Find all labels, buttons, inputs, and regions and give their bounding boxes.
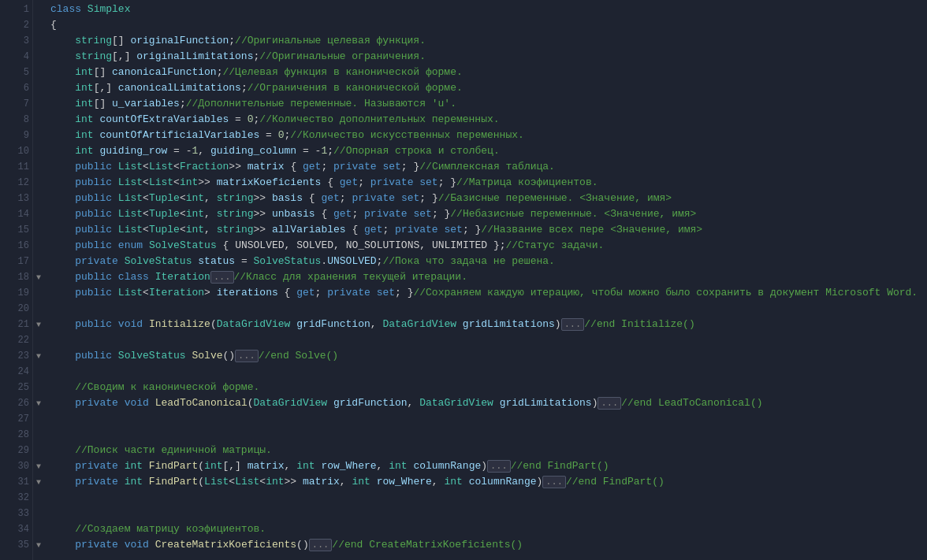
code-line: public List<List<int>> matrixKoeficients… bbox=[50, 175, 927, 191]
code-line: private SolveStatus status = SolveStatus… bbox=[50, 254, 927, 269]
line-number: 6 bbox=[7, 80, 29, 96]
line-numbers-gutter: 1234567891011121314151617181920212223242… bbox=[0, 0, 33, 560]
fold-icon[interactable]: ▼ bbox=[33, 348, 44, 364]
line-number: 19 bbox=[7, 285, 29, 301]
line-number: 25 bbox=[7, 380, 29, 395]
code-line: int[,] canonicalLimitations;//Ограничени… bbox=[50, 80, 927, 96]
line-number: 18 bbox=[7, 269, 29, 285]
line-number: 1 bbox=[7, 2, 29, 17]
line-number: 23 bbox=[7, 348, 29, 364]
fold-icon bbox=[33, 506, 44, 521]
fold-icon bbox=[33, 112, 44, 128]
line-number: 31 bbox=[7, 474, 29, 490]
code-line: int[] canonicalFunction;//Целевая функци… bbox=[50, 65, 927, 80]
line-number: 27 bbox=[7, 411, 29, 427]
line-number: 26 bbox=[7, 395, 29, 411]
line-number: 15 bbox=[7, 222, 29, 238]
code-line bbox=[50, 301, 927, 317]
line-number: 10 bbox=[7, 143, 29, 159]
fold-icons-gutter: ▼▼▼▼▼▼▼ bbox=[33, 0, 44, 560]
fold-icon bbox=[33, 427, 44, 443]
code-line: //Создаем матрицу коэфициентов. bbox=[50, 521, 927, 537]
line-number: 29 bbox=[7, 443, 29, 458]
code-line: private int FindPart(int[,] matrix, int … bbox=[50, 458, 927, 474]
code-line: int guiding_row = -1, guiding_column = -… bbox=[50, 143, 927, 159]
fold-icon bbox=[33, 49, 44, 65]
fold-icon bbox=[33, 206, 44, 222]
line-number: 8 bbox=[7, 112, 29, 128]
fold-icon[interactable]: ▼ bbox=[33, 317, 44, 332]
code-line: public void Initialize(DataGridView grid… bbox=[50, 317, 927, 332]
fold-icon bbox=[33, 191, 44, 206]
fold-icon bbox=[33, 364, 44, 380]
line-number: 28 bbox=[7, 427, 29, 443]
fold-icon bbox=[33, 238, 44, 254]
code-line: private void CreateMatrixKoeficients()..… bbox=[50, 537, 927, 553]
line-number: 4 bbox=[7, 49, 29, 65]
fold-icon[interactable]: ▼ bbox=[33, 458, 44, 474]
code-line: public class Iteration...//Класс для хра… bbox=[50, 269, 927, 285]
fold-icon bbox=[33, 128, 44, 143]
code-line: public List<List<Fraction>> matrix { get… bbox=[50, 159, 927, 175]
line-number: 14 bbox=[7, 206, 29, 222]
code-line bbox=[50, 427, 927, 443]
code-line: public enum SolveStatus { UNSOLVED, SOLV… bbox=[50, 238, 927, 254]
fold-icon bbox=[33, 332, 44, 348]
fold-icon bbox=[33, 490, 44, 506]
fold-icon bbox=[33, 301, 44, 317]
fold-icon bbox=[33, 17, 44, 33]
code-line: private void LeadToCanonical(DataGridVie… bbox=[50, 395, 927, 411]
line-number: 3 bbox=[7, 33, 29, 49]
fold-icon[interactable]: ▼ bbox=[33, 537, 44, 553]
code-line: string[] originalFunction;//Оригинальные… bbox=[50, 33, 927, 49]
fold-icon bbox=[33, 2, 44, 17]
line-number: 20 bbox=[7, 301, 29, 317]
fold-icon bbox=[33, 96, 44, 112]
code-line: int countOfArtificialVariables = 0;//Кол… bbox=[50, 128, 927, 143]
line-number: 11 bbox=[7, 159, 29, 175]
line-number: 33 bbox=[7, 506, 29, 521]
code-line: string[,] originalLimitations;//Оригинал… bbox=[50, 49, 927, 65]
line-number: 13 bbox=[7, 191, 29, 206]
line-number: 21 bbox=[7, 317, 29, 332]
fold-icon[interactable]: ▼ bbox=[33, 395, 44, 411]
line-number: 22 bbox=[7, 332, 29, 348]
code-area: class Simplex{ string[] originalFunction… bbox=[44, 0, 927, 560]
fold-icon bbox=[33, 521, 44, 537]
fold-icon[interactable]: ▼ bbox=[33, 474, 44, 490]
code-line: int[] u_variables;//Дополнительные перем… bbox=[50, 96, 927, 112]
code-line bbox=[50, 332, 927, 348]
fold-icon bbox=[33, 443, 44, 458]
code-line: public SolveStatus Solve()...//end Solve… bbox=[50, 348, 927, 364]
fold-icon bbox=[33, 33, 44, 49]
code-line: public List<Tuple<int, string>> allVaria… bbox=[50, 222, 927, 238]
line-number: 17 bbox=[7, 254, 29, 269]
fold-icon bbox=[33, 285, 44, 301]
line-number: 7 bbox=[7, 96, 29, 112]
fold-icon bbox=[33, 222, 44, 238]
line-number: 9 bbox=[7, 128, 29, 143]
code-line: //Сводим к канонической форме. bbox=[50, 380, 927, 395]
code-line bbox=[50, 364, 927, 380]
fold-icon bbox=[33, 175, 44, 191]
fold-icon bbox=[33, 380, 44, 395]
code-line: class Simplex bbox=[50, 2, 927, 17]
code-line: //Поиск части единичной матрицы. bbox=[50, 443, 927, 458]
code-line bbox=[50, 411, 927, 427]
fold-icon bbox=[33, 143, 44, 159]
line-number: 32 bbox=[7, 490, 29, 506]
line-number: 5 bbox=[7, 65, 29, 80]
fold-icon bbox=[33, 411, 44, 427]
line-number: 30 bbox=[7, 458, 29, 474]
fold-icon bbox=[33, 65, 44, 80]
fold-icon bbox=[33, 254, 44, 269]
line-number: 16 bbox=[7, 238, 29, 254]
code-line: int countOfExtraVariables = 0;//Количест… bbox=[50, 112, 927, 128]
fold-icon bbox=[33, 80, 44, 96]
code-line bbox=[50, 506, 927, 521]
code-line: public List<Tuple<int, string>> basis { … bbox=[50, 191, 927, 206]
code-line: { bbox=[50, 17, 927, 33]
fold-icon[interactable]: ▼ bbox=[33, 269, 44, 285]
code-line: private int FindPart(List<List<int>> mat… bbox=[50, 474, 927, 490]
code-line: public List<Iteration> iterations { get;… bbox=[50, 285, 927, 301]
